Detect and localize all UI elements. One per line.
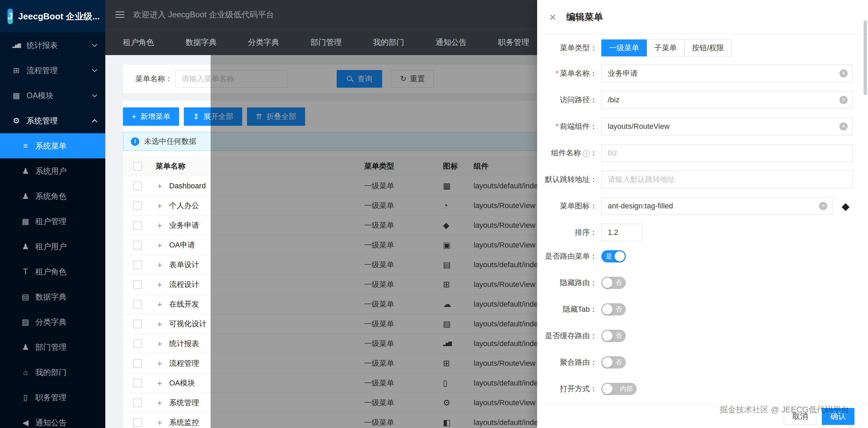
text-input[interactable]: 请输入默认跳转地址 — [601, 171, 853, 188]
field-label: *菜单名称 — [541, 68, 597, 79]
row-checkbox[interactable] — [133, 241, 142, 250]
page-tab[interactable]: 数据字典 — [185, 37, 217, 48]
row-checkbox[interactable] — [133, 201, 142, 210]
sidebar-subitem[interactable]: ⌂ 我的部门 — [0, 360, 105, 385]
sidebar-subitem-label: 租户用户 — [35, 241, 105, 252]
menu-name-cell: 统计报表 — [169, 339, 199, 349]
sidebar-item[interactable]: ▂▅▇ 统计报表 — [0, 33, 105, 58]
confirm-button[interactable]: 确认 — [822, 408, 854, 425]
menu-fold-icon[interactable] — [116, 11, 124, 18]
expand-row-icon[interactable]: + — [156, 241, 164, 250]
sidebar-item[interactable]: ⊞ 流程管理 — [0, 58, 105, 83]
page-tab[interactable]: 我的部门 — [373, 37, 404, 48]
menu-type-row: 菜单类型 一级菜单子菜单按钮/权限 — [541, 39, 853, 56]
text-input[interactable]: 1.2 — [601, 224, 642, 241]
text-input[interactable]: layouts/RouteView — [601, 118, 853, 135]
toggle-switch[interactable]: 否 — [601, 330, 626, 342]
user-icon: ♟ — [20, 167, 31, 176]
page-tab[interactable]: 租户角色 — [123, 37, 154, 48]
row-checkbox[interactable] — [133, 398, 142, 407]
row-checkbox[interactable] — [133, 280, 142, 289]
field-label: 组件名称 — [541, 148, 597, 158]
sidebar-item-label: 系统管理 — [26, 116, 93, 126]
icon-picker-button[interactable]: ◆ — [838, 200, 853, 212]
sidebar-subitem-label: 系统菜单 — [35, 141, 105, 151]
select-all-checkbox[interactable] — [133, 162, 142, 171]
menu-type-option[interactable]: 一级菜单 — [601, 39, 647, 56]
clear-icon[interactable] — [839, 122, 848, 131]
form-field: 组件名称 biz — [541, 144, 853, 162]
menu-name-cell: 业务申请 — [169, 220, 199, 230]
row-checkbox[interactable] — [133, 260, 142, 269]
expand-row-icon[interactable]: + — [156, 201, 164, 210]
drawer-body: 菜单类型 一级菜单子菜单按钮/权限 *菜单名称 业务申请 访问路径 /biz *… — [537, 34, 868, 404]
page-tab[interactable]: 职务管理 — [498, 37, 529, 48]
expand-row-icon[interactable]: + — [156, 418, 164, 427]
drawer-footer: 取消 确认 — [537, 404, 868, 428]
sidebar-subitem[interactable]: ♟ 部门管理 — [0, 335, 105, 360]
page-tab[interactable]: 分类字典 — [248, 37, 279, 48]
clear-icon[interactable] — [839, 96, 848, 104]
toggle-switch[interactable]: 否 — [601, 277, 626, 289]
page-tab[interactable]: 部门管理 — [311, 37, 342, 48]
sidebar-subitem[interactable]: ▨ 分类字典 — [0, 309, 105, 335]
sidebar-subitem[interactable]: ♟ 租户用户 — [0, 234, 105, 259]
sidebar-subitem[interactable]: ▦ 租户管理 — [0, 209, 105, 234]
add-menu-button[interactable]: + 新增菜单 — [123, 107, 179, 126]
row-checkbox[interactable] — [133, 182, 142, 190]
text-input[interactable]: biz — [601, 144, 853, 162]
sidebar-subitem[interactable]: ♟ 系统用户 — [0, 158, 105, 184]
row-checkbox[interactable] — [133, 339, 142, 348]
expand-row-icon[interactable]: + — [156, 280, 164, 289]
sidebar-subitem-label: 部门管理 — [35, 342, 105, 353]
app-logo[interactable]: J JeecgBoot 企业级... — [0, 0, 105, 33]
expand-row-icon[interactable]: + — [156, 398, 164, 407]
row-checkbox[interactable] — [133, 300, 142, 309]
expand-row-icon[interactable]: + — [156, 182, 164, 190]
expand-row-icon[interactable]: + — [156, 300, 164, 309]
text-input[interactable]: /biz — [601, 91, 853, 109]
grid-icon: ▦ — [20, 217, 31, 226]
sidebar-subitem[interactable]: T 租户角色 — [0, 259, 105, 284]
toggle-switch[interactable]: 否 — [601, 356, 626, 369]
notice-icon: ◀ — [20, 418, 31, 427]
cancel-button[interactable]: 取消 — [784, 408, 816, 425]
expand-row-icon[interactable]: + — [156, 221, 164, 230]
row-checkbox[interactable] — [133, 379, 142, 388]
sidebar-subitem[interactable]: ≡ 系统菜单 — [0, 133, 105, 158]
sidebar-subitem[interactable]: ▤ 数据字典 — [0, 284, 105, 309]
toggle-switch[interactable]: 否 — [601, 303, 626, 315]
menu-type-group: 一级菜单子菜单按钮/权限 — [601, 39, 853, 56]
clear-icon[interactable] — [819, 202, 827, 210]
expand-row-icon[interactable]: + — [156, 379, 164, 388]
expand-row-icon[interactable]: + — [156, 339, 164, 348]
scrollbar[interactable] — [864, 20, 867, 95]
text-input[interactable]: ant-design:tag-filled — [601, 197, 832, 215]
row-checkbox[interactable] — [133, 418, 142, 427]
row-checkbox[interactable] — [133, 359, 142, 368]
sidebar-subitem[interactable]: ▯ 职务管理 — [0, 385, 105, 410]
toggle-switch[interactable]: 内部 — [601, 383, 637, 395]
row-checkbox[interactable] — [133, 320, 142, 328]
menu-type-option[interactable]: 按钮/权限 — [684, 39, 732, 56]
row-checkbox[interactable] — [133, 221, 142, 230]
page-tab[interactable]: 通知公告 — [436, 37, 467, 48]
expand-row-icon[interactable]: + — [156, 359, 164, 368]
sidebar-subitem-label: 数据字典 — [35, 292, 105, 302]
form-switch-row: 聚合路由 否 — [541, 356, 853, 369]
expand-row-icon[interactable]: + — [156, 320, 164, 328]
menu-name-cell: 在线开发 — [169, 299, 199, 309]
alert-text: 未选中任何数据 — [144, 136, 196, 147]
menu-type-option[interactable]: 子菜单 — [646, 39, 685, 56]
sidebar-item[interactable]: ▦ OA模块 — [0, 83, 105, 108]
toggle-switch[interactable]: 是 — [601, 250, 626, 262]
menu-name-cell: 流程设计 — [169, 279, 199, 290]
sidebar-item[interactable]: ⚙ 系统管理 — [0, 108, 105, 133]
close-icon[interactable]: × — [549, 11, 556, 23]
sidebar-subitem[interactable]: ◀ 通知公告 — [0, 410, 105, 428]
sidebar-subitem-label: 租户管理 — [35, 216, 105, 227]
expand-row-icon[interactable]: + — [156, 260, 164, 269]
sidebar-subitem[interactable]: ♟ 系统角色 — [0, 184, 105, 209]
text-input[interactable]: 业务申请 — [601, 65, 853, 82]
clear-icon[interactable] — [839, 69, 848, 78]
